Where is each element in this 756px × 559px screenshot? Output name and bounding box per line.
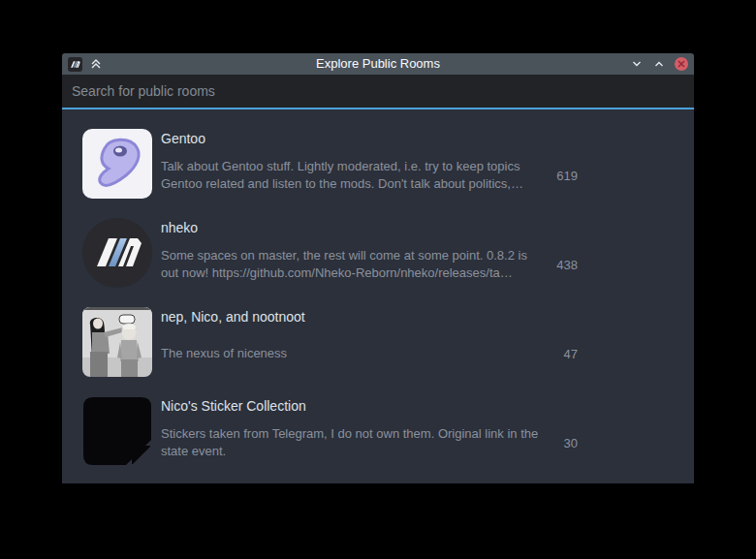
room-member-count: 619	[541, 169, 578, 183]
room-member-count: 47	[541, 347, 578, 361]
room-row-nicos-sticker-collection[interactable]: Nico's Sticker Collection Stickers taken…	[62, 377, 694, 466]
search-input[interactable]	[62, 75, 694, 108]
maximize-icon[interactable]	[652, 57, 666, 71]
room-row-nep-nico-nootnoot[interactable]: nep, Nico, and nootnoot The nexus of nic…	[62, 288, 694, 377]
sticker-avatar-icon	[82, 396, 152, 466]
keep-above-icon[interactable]	[89, 57, 103, 71]
room-row-gentoo[interactable]: Gentoo Talk about Gentoo stuff. Lightly …	[62, 109, 694, 199]
nheko-app-icon[interactable]	[68, 57, 82, 72]
nheko-avatar-icon	[82, 218, 152, 288]
window-titlebar[interactable]: Explore Public Rooms	[62, 53, 694, 75]
room-member-count: 438	[541, 258, 578, 272]
explore-public-rooms-window: Explore Public Rooms	[62, 53, 694, 483]
room-name: Gentoo	[161, 131, 578, 147]
search-bar	[62, 75, 694, 109]
room-description: Talk about Gentoo stuff. Lightly moderat…	[161, 158, 541, 193]
room-description: Stickers taken from Telegram, I do not o…	[161, 425, 541, 460]
minimize-icon[interactable]	[630, 57, 644, 71]
room-name: nep, Nico, and nootnoot	[161, 309, 578, 326]
gentoo-avatar-icon	[82, 129, 152, 199]
public-rooms-list: Gentoo Talk about Gentoo stuff. Lightly …	[62, 109, 694, 483]
room-name: nheko	[161, 220, 578, 236]
room-member-count: 30	[541, 436, 578, 450]
room-name: Nico's Sticker Collection	[161, 398, 578, 415]
close-icon[interactable]	[675, 57, 688, 71]
room-description: Some spaces on master, the rest will com…	[161, 247, 541, 282]
window-title: Explore Public Rooms	[62, 53, 694, 75]
manga-panel-avatar-icon	[82, 307, 152, 377]
room-row-nheko[interactable]: nheko Some spaces on master, the rest wi…	[62, 199, 694, 288]
room-description: The nexus of niceness	[161, 345, 541, 362]
